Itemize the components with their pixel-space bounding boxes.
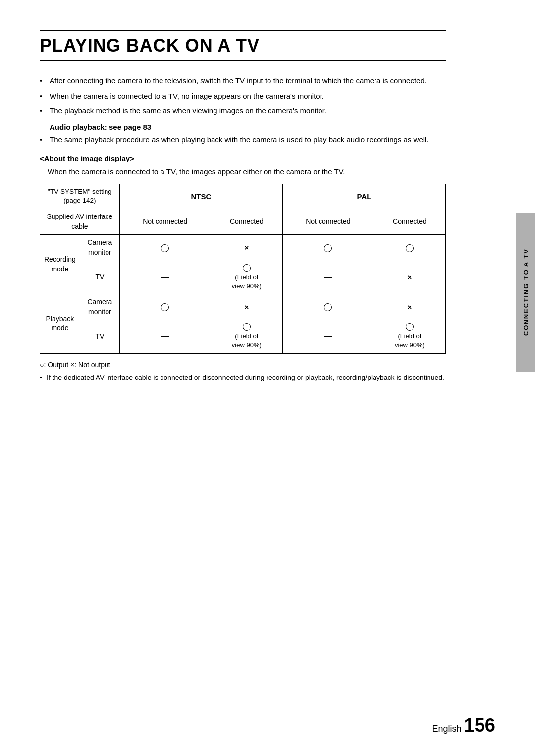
x-symbol: × (244, 243, 249, 252)
dash-symbol: — (161, 273, 169, 281)
note-text: If the dedicated AV interface cable is c… (40, 373, 446, 383)
table-recording-tv-row: TV — (Field ofview 90%) — × (40, 261, 446, 294)
side-tab-text: CONNECTING TO A TV (522, 248, 530, 336)
rec-tv-pal-notconn: — (282, 261, 374, 294)
table-playback-camera-row: Playbackmode Camera monitor × × (40, 294, 446, 320)
image-display-heading: <About the image display> (40, 154, 446, 162)
table-header-pal: PAL (282, 184, 445, 209)
table-av-cable-label: Supplied AV interface cable (40, 209, 120, 235)
notes-section: ○: Output ×: Not output If the dedicated… (40, 361, 446, 383)
circle-symbol (324, 244, 332, 252)
rec-tv-ntsc-notconn: — (119, 261, 211, 294)
intro-bullet-list: After connecting the camera to the telev… (40, 75, 446, 117)
rec-cam-ntsc-conn: × (211, 235, 282, 261)
play-cam-ntsc-notconn (119, 294, 211, 320)
playback-mode-label: Playbackmode (40, 294, 80, 354)
rec-cam-ntsc-notconn (119, 235, 211, 261)
bullet-item-3: The playback method is the same as when … (40, 106, 446, 117)
play-tv-pal-notconn: — (282, 320, 374, 353)
tv-label-play: TV (80, 320, 119, 353)
circle-symbol (324, 303, 332, 311)
play-tv-ntsc-conn: (Field ofview 90%) (211, 320, 282, 353)
rec-tv-pal-conn: × (374, 261, 445, 294)
tv-system-table: "TV SYSTEM" setting (page 142) NTSC PAL … (40, 184, 446, 354)
play-cam-pal-conn: × (374, 294, 445, 320)
table-ntsc-not-connected: Not connected (119, 209, 211, 235)
footer-label: English (432, 724, 462, 734)
play-cam-pal-notconn (282, 294, 374, 320)
page-title: PLAYING BACK ON A TV (40, 30, 446, 61)
circle-symbol (161, 303, 169, 311)
audio-playback-label: Audio playback: see page 83 (40, 123, 446, 131)
dash-symbol: — (161, 332, 169, 340)
table-pal-not-connected: Not connected (282, 209, 374, 235)
rec-cam-pal-conn (374, 235, 445, 261)
circle-symbol (406, 323, 414, 331)
circle-symbol (243, 264, 251, 272)
page-footer: English 156 (432, 715, 495, 736)
table-header-row-1: "TV SYSTEM" setting (page 142) NTSC PAL (40, 184, 446, 209)
bullet-item-2: When the camera is connected to a TV, no… (40, 91, 446, 102)
audio-bullet-item: The same playback procedure as when play… (40, 134, 446, 146)
table-recording-camera-row: Recordingmode Camera monitor × (40, 235, 446, 261)
table-av-cable-row: Supplied AV interface cable Not connecte… (40, 209, 446, 235)
tv-label-rec: TV (80, 261, 119, 294)
legend-text: ○: Output ×: Not output (40, 361, 446, 369)
audio-bullet-list: The same playback procedure as when play… (40, 134, 446, 146)
side-tab: CONNECTING TO A TV (516, 213, 535, 372)
page-number: 156 (464, 715, 495, 736)
table-playback-tv-row: TV — (Field ofview 90%) — (Field ofview … (40, 320, 446, 353)
play-cam-ntsc-conn: × (211, 294, 282, 320)
circle-symbol (161, 244, 169, 252)
table-header-system: "TV SYSTEM" setting (page 142) (40, 184, 120, 209)
circle-symbol (243, 323, 251, 331)
x-symbol: × (408, 303, 412, 311)
circle-symbol (406, 244, 414, 252)
camera-monitor-label-rec: Camera monitor (80, 235, 119, 261)
play-tv-ntsc-notconn: — (119, 320, 211, 353)
recording-mode-label: Recordingmode (40, 235, 80, 294)
table-ntsc-connected: Connected (211, 209, 282, 235)
dash-symbol: — (324, 332, 332, 340)
rec-tv-ntsc-conn: (Field ofview 90%) (211, 261, 282, 294)
dash-symbol: — (324, 273, 332, 281)
bullet-item-1: After connecting the camera to the telev… (40, 75, 446, 87)
image-display-intro: When the camera is connected to a TV, th… (40, 166, 446, 178)
rec-cam-pal-notconn (282, 235, 374, 261)
camera-monitor-label-play: Camera monitor (80, 294, 119, 320)
play-tv-pal-conn: (Field ofview 90%) (374, 320, 445, 353)
x-symbol: × (408, 273, 412, 281)
x-symbol: × (244, 303, 249, 311)
table-header-ntsc: NTSC (119, 184, 282, 209)
table-pal-connected: Connected (374, 209, 445, 235)
